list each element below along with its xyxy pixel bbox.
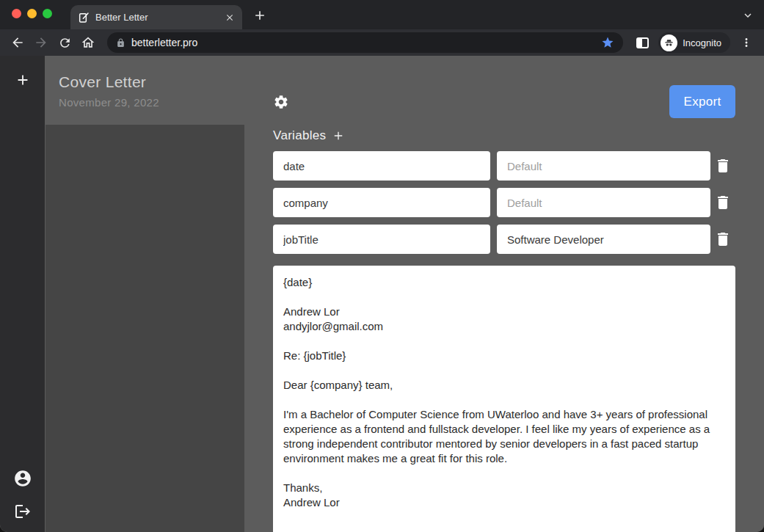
- variable-default-input[interactable]: [497, 151, 710, 181]
- document-preview-panel: [46, 125, 244, 532]
- add-variable-plus-icon[interactable]: [332, 129, 345, 142]
- browser-toolbar: Incognito: [0, 29, 764, 56]
- new-letter-plus-icon[interactable]: [15, 72, 31, 88]
- url-input[interactable]: [131, 37, 595, 48]
- editor-toolbar: Export: [273, 85, 735, 118]
- new-tab-button[interactable]: [251, 7, 269, 24]
- account-icon[interactable]: [13, 469, 32, 488]
- incognito-label: Incognito: [683, 37, 721, 48]
- minimize-window-button[interactable]: [27, 9, 37, 18]
- variable-row: [273, 151, 735, 181]
- address-bar[interactable]: [107, 32, 623, 53]
- browser-window: Better Letter: [0, 0, 764, 532]
- trash-icon[interactable]: [710, 151, 735, 181]
- kebab-menu-icon[interactable]: [736, 32, 757, 53]
- variable-default-input[interactable]: [497, 188, 710, 217]
- trash-icon[interactable]: [710, 225, 735, 254]
- bookmark-star-icon[interactable]: [601, 36, 614, 49]
- page-title: Cover Letter: [59, 73, 159, 91]
- variable-default-input[interactable]: [497, 225, 710, 254]
- tab-strip: Better Letter: [0, 0, 764, 29]
- window-controls: [12, 9, 52, 18]
- letter-editor: Export Variables: [273, 56, 735, 532]
- tab-title: Better Letter: [95, 12, 219, 23]
- variable-name-input[interactable]: [273, 151, 490, 181]
- variable-row: [273, 188, 735, 217]
- variable-row: [273, 225, 735, 254]
- home-icon[interactable]: [78, 32, 98, 53]
- incognito-icon: [661, 34, 677, 51]
- tab-close-icon[interactable]: [225, 12, 235, 23]
- zoom-window-button[interactable]: [43, 9, 52, 18]
- close-window-button[interactable]: [12, 9, 21, 18]
- letter-body-textarea[interactable]: {date} Andrew Lor andyjlor@gmail.com Re:…: [273, 266, 735, 532]
- trash-icon[interactable]: [710, 188, 735, 217]
- gear-icon[interactable]: [273, 94, 289, 110]
- browser-tab[interactable]: Better Letter: [70, 5, 242, 29]
- incognito-badge[interactable]: Incognito: [658, 32, 730, 53]
- lock-icon: [116, 38, 125, 48]
- page-content: Cover Letter November 29, 2022 Export Va…: [0, 56, 764, 532]
- tab-favicon-letter-pen-icon: [78, 12, 90, 23]
- export-button[interactable]: Export: [669, 85, 735, 118]
- variables-header: Variables: [273, 128, 735, 143]
- side-panel-icon[interactable]: [632, 32, 652, 53]
- variables-label: Variables: [273, 128, 326, 143]
- document-date: November 29, 2022: [59, 96, 159, 109]
- document-header: Cover Letter November 29, 2022: [59, 73, 159, 109]
- forward-icon[interactable]: [31, 32, 51, 53]
- variable-rows: [273, 151, 735, 254]
- logout-icon[interactable]: [14, 503, 32, 520]
- app-sidebar: [0, 56, 45, 532]
- variable-name-input[interactable]: [273, 225, 490, 254]
- reload-icon[interactable]: [54, 32, 75, 53]
- chevron-down-icon[interactable]: [741, 8, 755, 23]
- variable-name-input[interactable]: [273, 188, 490, 217]
- back-icon[interactable]: [7, 32, 28, 53]
